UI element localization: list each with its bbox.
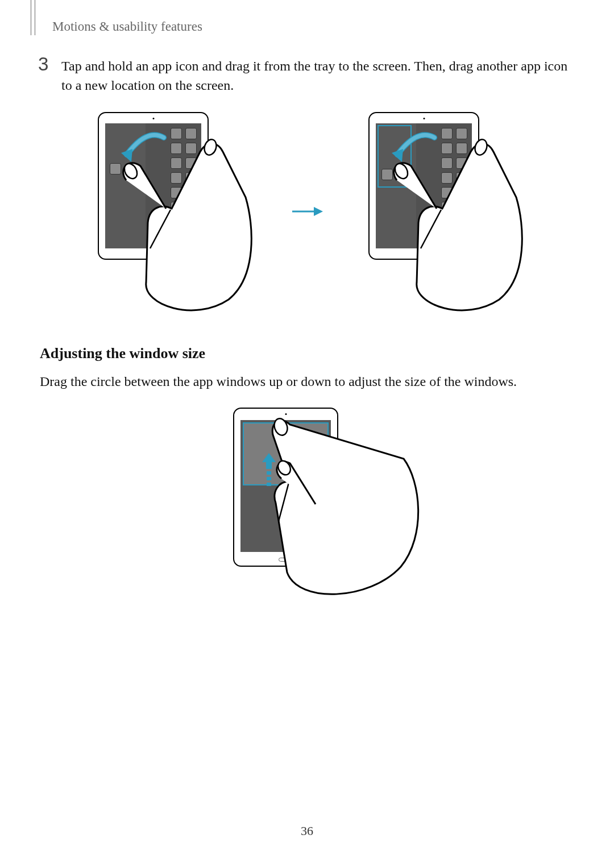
page-content: 3 Tap and hold an app icon and drag it f… (40, 57, 574, 612)
subsection-body-text: Drag the circle between the app windows … (40, 372, 574, 392)
header-section-title: Motions & usability features (52, 19, 202, 34)
sequence-arrow-icon (291, 205, 323, 218)
illustration-row (40, 112, 574, 311)
header-tab-mark (31, 0, 35, 35)
step-block: 3 Tap and hold an app icon and drag it f… (40, 57, 574, 95)
page-number: 36 (301, 824, 313, 838)
illustration-resize (40, 408, 574, 612)
step-instruction-text: Tap and hold an app icon and drag it fro… (61, 57, 574, 95)
svg-marker-4 (314, 207, 323, 216)
subsection-heading: Adjusting the window size (40, 345, 574, 362)
illustration-drag-second-app (346, 112, 539, 311)
illustration-drag-from-tray (75, 112, 268, 311)
hand-gesture-icon (256, 413, 426, 607)
hand-gesture-icon (109, 135, 257, 317)
step-number: 3 (38, 53, 48, 75)
hand-gesture-icon (380, 135, 528, 317)
